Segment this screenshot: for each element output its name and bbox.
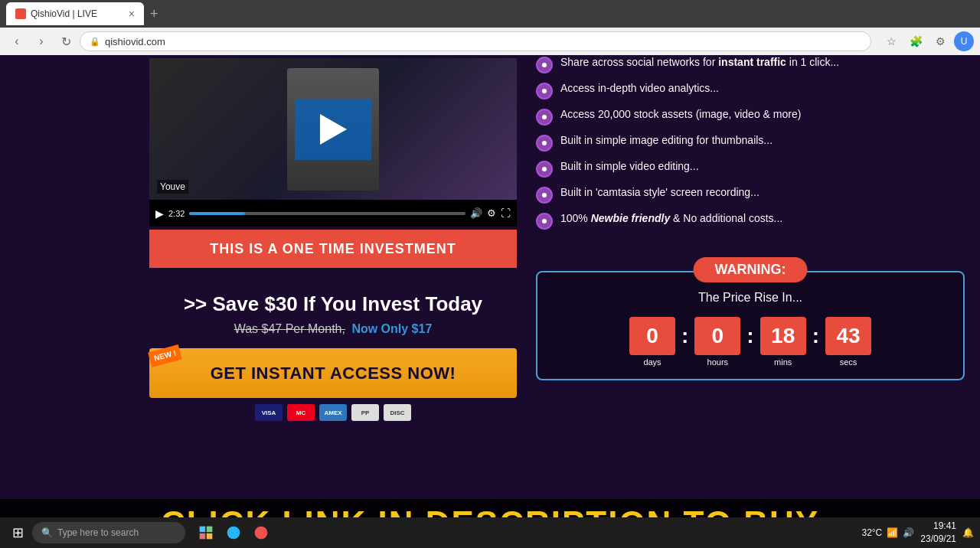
play-button[interactable]: ▶ <box>155 207 164 220</box>
feature-bullet-icon <box>536 57 553 73</box>
taskbar-app-3[interactable] <box>250 521 273 544</box>
countdown: 0 days : 0 hours : 18 mins : 43 <box>550 317 951 367</box>
fullscreen-icon[interactable]: ⛶ <box>501 207 511 219</box>
countdown-days-unit: 0 days <box>629 317 675 367</box>
was-price: Was $47 Per Month, <box>234 322 345 335</box>
url-text: qishiovid.com <box>105 36 165 47</box>
visa-icon: VISA <box>255 404 283 421</box>
now-price: Now Only $17 <box>351 322 432 335</box>
taskbar-search-text: Type here to search <box>57 527 139 538</box>
taskbar-app-1[interactable] <box>194 521 217 544</box>
feature-item: Access 20,000 stock assets (image, video… <box>536 107 965 126</box>
forward-button[interactable]: › <box>31 31 52 52</box>
countdown-mins: 18 <box>760 317 806 355</box>
svg-rect-2 <box>200 533 206 540</box>
investment-text: THIS IS A ONE TIME INVESTMENT <box>210 241 456 257</box>
tab-close-button[interactable]: × <box>129 8 135 20</box>
feature-bullet-icon <box>536 161 553 178</box>
play-icon <box>320 114 347 145</box>
taskbar-search[interactable]: 🔍 Type here to search <box>32 522 185 543</box>
price-line: Was $47 Per Month, Now Only $17 <box>149 322 517 336</box>
refresh-button[interactable]: ↻ <box>55 31 77 52</box>
feature-text: Access 20,000 stock assets (image, video… <box>560 107 801 122</box>
back-button[interactable]: ‹ <box>6 31 28 52</box>
warning-box: WARNING: The Price Rise In... 0 days : 0… <box>536 271 965 380</box>
start-button[interactable]: ⊞ <box>6 521 29 544</box>
feature-text: Access in-depth video analytics... <box>560 81 719 96</box>
settings-icon[interactable]: ⚙ <box>929 31 951 52</box>
save-section: >> Save $30 If You Invest Today Was $47 … <box>149 292 517 421</box>
progress-bar[interactable] <box>189 212 466 215</box>
video-time: 2:32 <box>168 209 185 218</box>
video-settings-icon[interactable]: ⚙ <box>487 207 496 219</box>
feature-item: Access in-depth video analytics... <box>536 81 965 99</box>
taskbar-apps <box>194 521 273 544</box>
video-player: Youve ▶ 2:32 🔊 ⚙ ⛶ <box>149 58 517 227</box>
warning-text: The Price Rise In... <box>550 291 951 305</box>
left-column: Youve ▶ 2:32 🔊 ⚙ ⛶ THIS IS A ONE TIME IN… <box>0 55 521 548</box>
cta-container: NEW ! GET INSTANT ACCESS NOW! <box>149 348 517 398</box>
feature-text: Built in 'camtasia style' screen recordi… <box>560 185 760 201</box>
feature-item: Built in 'camtasia style' screen recordi… <box>536 185 965 204</box>
save-title: >> Save $30 If You Invest Today <box>149 292 517 316</box>
svg-rect-3 <box>207 533 213 540</box>
notification-icon[interactable]: 🔔 <box>962 527 974 538</box>
countdown-sep2: : <box>746 324 753 348</box>
taskbar-right: 32°C 📶 🔊 19:41 23/09/21 🔔 <box>861 520 974 546</box>
feature-text: Built in simple image editing for thumbn… <box>560 133 773 148</box>
svg-rect-0 <box>200 527 206 533</box>
feature-bullet-icon <box>536 187 553 204</box>
svg-point-4 <box>227 527 240 540</box>
cta-button[interactable]: GET INSTANT ACCESS NOW! <box>149 348 517 398</box>
feature-item: Built in simple image editing for thumbn… <box>536 133 965 152</box>
countdown-mins-unit: 18 mins <box>760 317 806 367</box>
mastercard-icon: MC <box>287 404 315 421</box>
taskbar-clock: 19:41 23/09/21 <box>920 520 956 546</box>
volume-icon[interactable]: 🔊 <box>470 207 482 219</box>
countdown-sep: : <box>681 324 688 348</box>
feature-bullet-icon <box>536 135 553 152</box>
browser-chrome: QishioVid | LIVE × + ‹ › ↻ 🔒 qishiovid.c… <box>0 0 980 55</box>
feature-item: 100% Newbie friendly & No additional cos… <box>536 211 965 230</box>
feature-text: Built in simple video editing... <box>560 159 699 175</box>
countdown-days-label: days <box>643 357 661 367</box>
warning-label: WARNING: <box>694 257 808 282</box>
taskbar-system-icons: 32°C 📶 🔊 <box>861 527 914 538</box>
extension-icon[interactable]: 🧩 <box>905 31 926 52</box>
nav-bar: ‹ › ↻ 🔒 qishiovid.com ☆ 🧩 ⚙ U <box>0 28 980 55</box>
countdown-secs: 43 <box>825 317 871 355</box>
taskbar-temp: 32°C <box>861 527 882 538</box>
feature-bullet-icon <box>536 213 553 230</box>
network-icon: 📶 <box>887 527 898 538</box>
video-overlay <box>295 99 371 160</box>
tab-title: QishioVid | LIVE <box>31 8 97 19</box>
feature-item: Share across social networks for instant… <box>536 55 965 73</box>
countdown-sep3: : <box>812 324 819 348</box>
right-column: Share across social networks for instant… <box>521 55 980 548</box>
star-icon[interactable]: ☆ <box>880 31 902 52</box>
search-icon: 🔍 <box>41 527 53 538</box>
feature-item: Built in simple video editing... <box>536 159 965 178</box>
cta-text: GET INSTANT ACCESS NOW! <box>211 364 456 383</box>
tab-favicon <box>15 8 26 19</box>
feature-text: 100% Newbie friendly & No additional cos… <box>560 211 782 227</box>
feature-bullet-icon <box>536 109 553 126</box>
page-content: Youve ▶ 2:32 🔊 ⚙ ⛶ THIS IS A ONE TIME IN… <box>0 55 980 548</box>
investment-banner: THIS IS A ONE TIME INVESTMENT <box>149 230 517 268</box>
address-bar[interactable]: 🔒 qishiovid.com <box>80 31 871 51</box>
taskbar-app-2[interactable] <box>222 521 245 544</box>
active-tab[interactable]: QishioVid | LIVE × <box>6 2 144 25</box>
countdown-hours: 0 <box>694 317 740 355</box>
amex-icon: AMEX <box>319 404 347 421</box>
video-background: Youve <box>149 58 517 200</box>
new-tab-button[interactable]: + <box>144 6 165 22</box>
discover-icon: DISC <box>384 404 411 421</box>
user-avatar[interactable]: U <box>954 31 974 51</box>
countdown-hours-unit: 0 hours <box>694 317 740 367</box>
payment-icons: VISA MC AMEX PP DISC <box>149 404 517 421</box>
countdown-hours-label: hours <box>707 357 729 367</box>
paypal-icon: PP <box>351 404 379 421</box>
sound-icon: 🔊 <box>903 527 914 538</box>
warning-section: WARNING: The Price Rise In... 0 days : 0… <box>536 253 965 380</box>
video-controls: ▶ 2:32 🔊 ⚙ ⛶ <box>149 200 517 227</box>
